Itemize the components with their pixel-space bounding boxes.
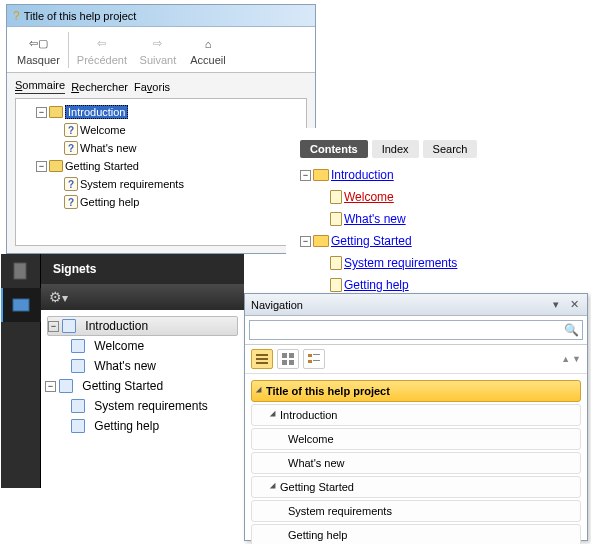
tree-row-intro[interactable]: − Introduction bbox=[20, 103, 302, 121]
tree-label: Getting Started bbox=[82, 379, 163, 393]
nav-view-buttons: ▲▼ bbox=[245, 345, 587, 374]
down-icon[interactable]: ▼ bbox=[572, 354, 581, 364]
dark-toolbar: ⚙▾ bbox=[41, 284, 244, 310]
svg-rect-0 bbox=[14, 263, 26, 279]
expander-icon[interactable]: − bbox=[36, 107, 47, 118]
tab-rechercher[interactable]: Rechercher bbox=[71, 79, 128, 94]
tree-link[interactable]: Welcome bbox=[344, 186, 394, 208]
question-icon: ? bbox=[64, 195, 78, 209]
tree-label: Getting Started bbox=[65, 160, 139, 172]
up-icon[interactable]: ▲ bbox=[561, 354, 570, 364]
tree-label: Getting help bbox=[94, 419, 159, 433]
nav-row-root[interactable]: Title of this help project bbox=[251, 380, 581, 402]
next-button[interactable]: ⇨Suivant bbox=[133, 32, 183, 68]
nav-label: Welcome bbox=[288, 433, 334, 445]
search-input[interactable] bbox=[249, 320, 583, 340]
help-icon: ? bbox=[13, 9, 20, 23]
nav-tree[interactable]: Title of this help project Introduction … bbox=[245, 374, 587, 544]
svg-rect-5 bbox=[282, 353, 287, 358]
tree-label: Introduction bbox=[65, 105, 128, 119]
dark-help-window: Signets ⚙▾ − Introduction Welcome What's… bbox=[1, 254, 244, 488]
nav-row-whatsnew[interactable]: What's new bbox=[251, 452, 581, 474]
nav-label: Getting Started bbox=[280, 481, 354, 493]
tree-row-gethelp[interactable]: Getting help bbox=[45, 416, 240, 436]
svg-rect-11 bbox=[308, 360, 312, 363]
chm-titlebar: ? Title of this help project bbox=[7, 5, 315, 27]
hide-label: Masquer bbox=[17, 54, 60, 66]
tree-link[interactable]: Introduction bbox=[331, 164, 394, 186]
nav-label: Title of this help project bbox=[266, 385, 390, 397]
expander-icon[interactable]: − bbox=[48, 321, 59, 332]
tree-label: Introduction bbox=[85, 319, 148, 333]
tab-favoris[interactable]: Favoris bbox=[134, 79, 170, 94]
svg-rect-7 bbox=[282, 360, 287, 365]
chm-help-window: ? Title of this help project ⇦▢Masquer ⇦… bbox=[6, 4, 316, 254]
web-tree[interactable]: −Introduction Welcome What's new −Gettin… bbox=[300, 164, 572, 296]
view-list-icon[interactable] bbox=[251, 349, 273, 369]
nav-row-intro[interactable]: Introduction bbox=[251, 404, 581, 426]
page-icon bbox=[71, 399, 85, 413]
sidebar-doc-icon[interactable] bbox=[1, 254, 41, 288]
dark-header: Signets bbox=[41, 254, 244, 284]
view-grid-icon[interactable] bbox=[277, 349, 299, 369]
tree-label: What's new bbox=[94, 359, 156, 373]
dark-tree[interactable]: − Introduction Welcome What's new − Gett… bbox=[41, 310, 244, 488]
tree-link[interactable]: System requirements bbox=[344, 252, 457, 274]
triangle-icon bbox=[270, 411, 278, 419]
tree-row-sysreq[interactable]: System requirements bbox=[45, 396, 240, 416]
view-detail-icon[interactable] bbox=[303, 349, 325, 369]
tree-row-welcome[interactable]: ? Welcome bbox=[20, 121, 302, 139]
svg-rect-1 bbox=[13, 299, 29, 311]
page-icon bbox=[62, 319, 76, 333]
tab-contents[interactable]: Contents bbox=[300, 140, 368, 158]
hide-button[interactable]: ⇦▢Masquer bbox=[11, 32, 66, 68]
search-icon[interactable]: 🔍 bbox=[564, 323, 579, 337]
next-icon: ⇨ bbox=[153, 34, 162, 54]
sidebar-book-icon[interactable] bbox=[1, 288, 41, 322]
tree-row-whatsnew[interactable]: What's new bbox=[45, 356, 240, 376]
page-icon bbox=[71, 359, 85, 373]
home-button[interactable]: ⌂Accueil bbox=[183, 32, 233, 68]
triangle-icon bbox=[256, 387, 264, 395]
expander-icon[interactable]: − bbox=[300, 170, 311, 181]
svg-rect-9 bbox=[308, 354, 312, 357]
expander-icon[interactable]: − bbox=[45, 381, 56, 392]
gear-icon[interactable]: ⚙▾ bbox=[49, 289, 68, 305]
tree-row-getting[interactable]: − Getting Started bbox=[45, 376, 240, 396]
svg-rect-3 bbox=[256, 358, 268, 360]
tab-index[interactable]: Index bbox=[372, 140, 419, 158]
tree-row-welcome[interactable]: Welcome bbox=[300, 186, 572, 208]
tree-row-whatsnew[interactable]: ? What's new bbox=[20, 139, 302, 157]
tree-row-welcome[interactable]: Welcome bbox=[45, 336, 240, 356]
close-icon[interactable]: ✕ bbox=[567, 298, 581, 312]
tree-row-sysreq[interactable]: System requirements bbox=[300, 252, 572, 274]
nav-row-welcome[interactable]: Welcome bbox=[251, 428, 581, 450]
tree-row-gethelp[interactable]: ? Getting help bbox=[20, 193, 302, 211]
tree-row-getting[interactable]: − Getting Started bbox=[20, 157, 302, 175]
tree-row-intro[interactable]: −Introduction bbox=[300, 164, 572, 186]
next-label: Suivant bbox=[140, 54, 177, 66]
dropdown-icon[interactable]: ▾ bbox=[549, 298, 563, 312]
chm-tree[interactable]: − Introduction ? Welcome ? What's new − … bbox=[15, 98, 307, 246]
tree-row-sysreq[interactable]: ? System requirements bbox=[20, 175, 302, 193]
prev-button[interactable]: ⇦Précédent bbox=[71, 32, 133, 68]
nav-label: What's new bbox=[288, 457, 345, 469]
tree-row-whatsnew[interactable]: What's new bbox=[300, 208, 572, 230]
expander-icon[interactable]: − bbox=[36, 161, 47, 172]
hide-icon: ⇦▢ bbox=[29, 34, 48, 54]
nav-row-sysreq[interactable]: System requirements bbox=[251, 500, 581, 522]
prev-icon: ⇦ bbox=[97, 34, 106, 54]
tree-link[interactable]: What's new bbox=[344, 208, 406, 230]
tab-sommaire[interactable]: SSommaireommaire bbox=[15, 79, 65, 94]
tree-row-getting[interactable]: −Getting Started bbox=[300, 230, 572, 252]
tree-link[interactable]: Getting Started bbox=[331, 230, 412, 252]
nav-row-getting[interactable]: Getting Started bbox=[251, 476, 581, 498]
tab-search[interactable]: Search bbox=[423, 140, 478, 158]
tree-label: Getting help bbox=[80, 196, 139, 208]
tree-row-intro[interactable]: − Introduction bbox=[47, 316, 238, 336]
question-icon: ? bbox=[64, 177, 78, 191]
nav-row-gethelp[interactable]: Getting help bbox=[251, 524, 581, 544]
home-icon: ⌂ bbox=[205, 34, 212, 54]
svg-rect-12 bbox=[313, 360, 320, 361]
expander-icon[interactable]: − bbox=[300, 236, 311, 247]
